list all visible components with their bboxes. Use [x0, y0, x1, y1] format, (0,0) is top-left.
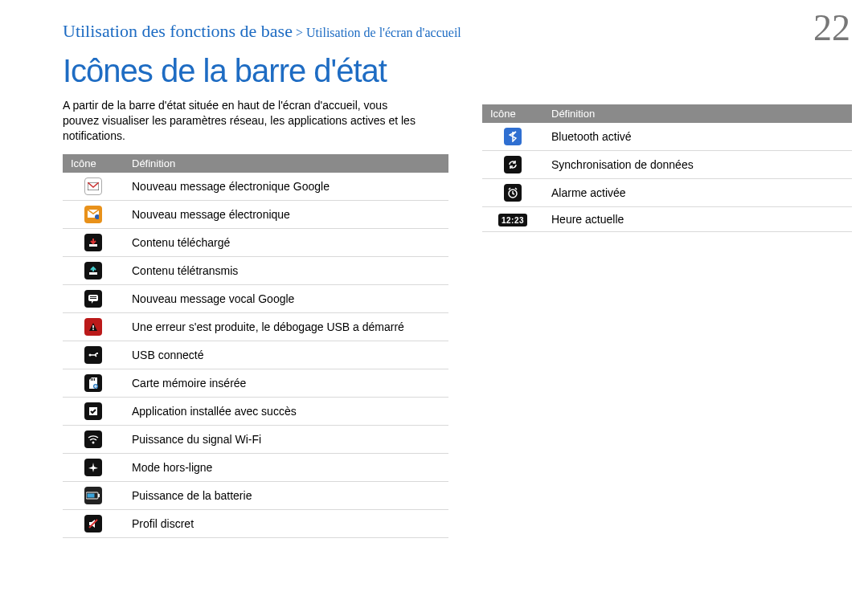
breadcrumb-subsection: Utilisation de l'écran d'accueil [306, 26, 461, 39]
row-definition: Carte mémoire insérée [124, 369, 448, 398]
breadcrumb-separator: > [293, 26, 306, 39]
th-definition: Définition [543, 104, 852, 123]
usb-icon [84, 346, 102, 364]
table-row: Synchronisation de données [482, 151, 852, 179]
error-icon [84, 318, 102, 336]
left-column: Icône Définition Nouveau message électro… [63, 154, 448, 538]
breadcrumb: Utilisation des fonctions de base > Util… [63, 21, 461, 42]
th-icon: Icône [482, 104, 543, 123]
sync-icon [504, 156, 522, 173]
table-row: 12:23 Heure actuelle [482, 207, 852, 232]
svg-rect-2 [89, 244, 97, 247]
row-definition: Puissance de la batterie [124, 482, 448, 510]
table-row: Application installée avec succès [63, 398, 448, 426]
row-definition: Heure actuelle [543, 207, 852, 232]
row-definition: Profil discret [124, 510, 448, 538]
table-header-row: Icône Définition [482, 104, 852, 123]
row-definition: Puissance du signal Wi-Fi [124, 426, 448, 454]
svg-rect-18 [98, 494, 100, 497]
row-definition: Synchronisation de données [543, 151, 852, 179]
voice-msg-icon [84, 290, 102, 308]
table-row: Bluetooth activé [482, 123, 852, 151]
row-definition: USB connecté [124, 341, 448, 369]
row-definition: Nouveau message électronique [124, 201, 448, 229]
airplane-icon [84, 459, 102, 476]
row-definition: Application installée avec succès [124, 398, 448, 426]
row-definition: Bluetooth activé [543, 123, 852, 151]
right-column: Icône Définition Bluetooth activé Synchr… [482, 104, 852, 232]
row-definition: Nouveau message vocal Google [124, 285, 448, 313]
gmail-icon [84, 177, 102, 195]
svg-rect-5 [90, 296, 96, 297]
svg-rect-19 [88, 494, 95, 498]
table-row: Contenu télétransmis [63, 257, 448, 285]
th-definition: Définition [124, 154, 448, 173]
email-icon [84, 206, 102, 223]
table-row: Mode hors-ligne [63, 454, 448, 482]
svg-rect-12 [92, 378, 93, 381]
page-title: Icônes de la barre d'état [63, 53, 387, 89]
row-definition: Mode hors-ligne [124, 454, 448, 482]
table-row: Contenu téléchargé [63, 229, 448, 257]
table-row: Carte mémoire insérée [63, 369, 448, 398]
manual-page: Utilisation des fonctions de base > Util… [0, 0, 868, 612]
status-icon-table-left: Icône Définition Nouveau message électro… [63, 154, 448, 538]
svg-rect-11 [91, 378, 92, 381]
svg-rect-10 [96, 353, 98, 354]
svg-rect-7 [92, 325, 94, 328]
table-row: USB connecté [63, 341, 448, 369]
row-definition: Contenu télétransmis [124, 257, 448, 285]
row-definition: Contenu téléchargé [124, 229, 448, 257]
silent-icon [84, 515, 102, 532]
alarm-icon [504, 184, 522, 202]
table-row: Alarme activée [482, 179, 852, 207]
th-icon: Icône [63, 154, 124, 173]
table-row: Profil discret [63, 510, 448, 538]
table-row: Une erreur s'est produite, le débogage U… [63, 313, 448, 341]
table-row: Nouveau message vocal Google [63, 285, 448, 313]
sdcard-icon [84, 374, 102, 392]
svg-point-16 [92, 442, 95, 444]
table-row: Puissance de la batterie [63, 482, 448, 510]
svg-rect-3 [89, 272, 97, 275]
svg-rect-6 [90, 298, 96, 299]
row-definition: Une erreur s'est produite, le débogage U… [124, 313, 448, 341]
download-icon [84, 234, 102, 251]
table-row: Nouveau message électronique Google [63, 173, 448, 201]
wifi-icon [84, 430, 102, 448]
table-row: Nouveau message électronique [63, 201, 448, 229]
breadcrumb-section: Utilisation des fonctions de base [63, 21, 293, 41]
intro-paragraph: A partir de la barre d'état située en ha… [63, 98, 424, 144]
svg-rect-8 [92, 329, 94, 331]
row-definition: Alarme activée [543, 179, 852, 207]
status-icon-table-right: Icône Définition Bluetooth activé Synchr… [482, 104, 852, 232]
table-row: Puissance du signal Wi-Fi [63, 426, 448, 454]
upload-icon [84, 262, 102, 279]
row-definition: Nouveau message électronique Google [124, 173, 448, 201]
battery-icon [84, 487, 102, 504]
table-header-row: Icône Définition [63, 154, 448, 173]
installed-icon [84, 402, 102, 420]
page-number: 22 [813, 6, 850, 49]
bluetooth-icon [504, 128, 522, 145]
svg-rect-13 [94, 378, 95, 381]
clock-icon: 12:23 [498, 214, 527, 226]
